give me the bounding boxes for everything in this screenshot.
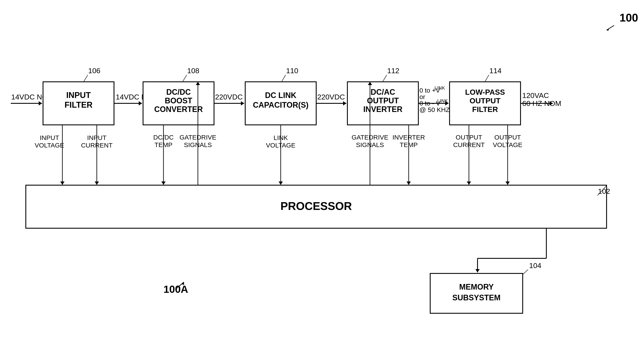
label-inverter-temp-1: INVERTER: [392, 134, 425, 141]
label-output-voltage-1: OUTPUT: [494, 134, 521, 141]
block-112-label3: INVERTER: [363, 105, 402, 114]
label-link-voltage-1: LINK: [274, 134, 288, 141]
label-50khz: @ 50 KHZ: [420, 106, 450, 113]
label-dcdc-temp-2: TEMP: [154, 141, 172, 148]
block-108-label2: BOOST: [165, 96, 192, 105]
ref-100: 100: [620, 12, 638, 24]
block-114-label1: LOW-PASS: [465, 88, 505, 96]
label-input-voltage-1: INPUT: [40, 134, 59, 141]
label-output-current-1: OUTPUT: [456, 134, 482, 141]
label-gatedrive-2a: GATEDRIVE: [352, 134, 388, 141]
label-dcdc-temp-1: DC/DC: [153, 134, 174, 141]
block-112-label1: DC/AC: [370, 88, 395, 97]
label-gatedrive-1b: SIGNALS: [184, 141, 212, 148]
label-input-voltage-2: VOLTAGE: [35, 142, 64, 149]
block-108-label1: DC/DC: [166, 88, 191, 97]
label-input-current-2: CURRENT: [81, 142, 113, 149]
label-60hz: 60 HZ NOM: [522, 99, 561, 107]
label-gatedrive-2b: SIGNALS: [356, 141, 384, 148]
label-108: 108: [187, 67, 200, 75]
block-112-label2: OUTPUT: [367, 96, 399, 105]
block-110-label2: CAPACITOR(S): [253, 101, 309, 109]
diagram-container: 100 100A 14VDC NOM INPUT FILTER 106 14VD…: [0, 0, 644, 349]
label-output-current-2: CURRENT: [453, 141, 485, 148]
label-or: or: [420, 93, 425, 100]
label-104: 104: [529, 261, 542, 269]
label-input-current-1: INPUT: [87, 134, 106, 141]
label-output-voltage-2: VOLTAGE: [493, 141, 522, 148]
label-inverter-temp-2: TEMP: [400, 141, 418, 148]
block-108-label3: CONVERTER: [154, 105, 203, 114]
label-link-voltage-2: VOLTAGE: [266, 142, 295, 149]
label-112: 112: [387, 67, 400, 75]
processor-label: PROCESSOR: [280, 200, 352, 212]
block-114-label3: FILTER: [472, 105, 498, 114]
block-110-label1: DC LINK: [265, 91, 296, 100]
block-114-label2: OUTPUT: [470, 97, 500, 105]
label-gatedrive-1a: GATEDRIVE: [180, 134, 216, 141]
memory-label2: SUBSYSTEM: [452, 293, 500, 302]
label-106: 106: [88, 67, 100, 75]
label-110: 110: [286, 67, 298, 75]
label-vlink-sub2: LINK: [437, 98, 448, 104]
memory-label1: MEMORY: [459, 282, 494, 291]
label-vlink-sub1: LINK: [434, 85, 445, 91]
block-106-label: INPUT: [66, 91, 91, 100]
block-106-label2: FILTER: [64, 100, 92, 109]
label-120vac: 120VAC: [522, 91, 549, 100]
label-114: 114: [489, 67, 502, 75]
ref-100a: 100A: [164, 283, 188, 295]
